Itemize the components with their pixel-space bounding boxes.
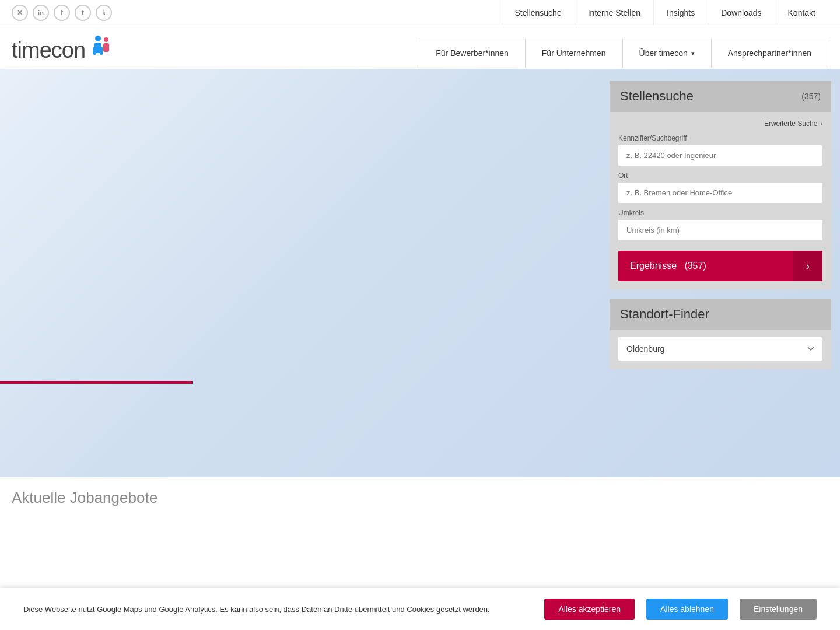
main-header: timecon Für Bewerber*innen Für Unternehm…	[0, 26, 840, 69]
nav-unternehmen[interactable]: Für Unternehmen	[526, 38, 623, 68]
stellensuche-title: Stellensuche	[620, 89, 694, 104]
stellensuche-header: Stellensuche (357)	[610, 80, 831, 112]
svg-rect-2	[93, 47, 96, 55]
kununu-icon[interactable]: k	[96, 5, 112, 21]
svg-rect-5	[103, 43, 109, 52]
top-nav: Stellensuche Interne Stellen Insights Do…	[502, 0, 828, 26]
standort-title: Standort-Finder	[620, 307, 709, 321]
erweiterte-chevron-icon: ›	[821, 121, 822, 127]
secondary-nav: Für Bewerber*innen Für Unternehmen Über …	[419, 38, 828, 68]
ergebnisse-label: Ergebnisse (357)	[618, 261, 793, 271]
linkedin-icon[interactable]: in	[33, 5, 49, 21]
stellensuche-count: (357)	[802, 92, 821, 101]
standort-select[interactable]: Oldenburg Bremen Hamburg Berlin	[618, 337, 822, 360]
kennziffer-label: Kennziffer/Suchbegriff	[618, 134, 822, 142]
accept-cookies-button[interactable]: Alles akzeptieren	[544, 598, 635, 620]
svg-point-4	[104, 37, 108, 42]
nav-ueber[interactable]: Über timecon ▾	[623, 38, 712, 68]
social-icons: ✕ in f t k	[12, 5, 112, 21]
jobangebote-heading: Aktuelle Jobangebote	[12, 489, 828, 507]
red-decorative-line	[0, 381, 192, 384]
top-bar: ✕ in f t k Stellensuche Interne Stellen …	[0, 0, 840, 26]
xing-icon[interactable]: ✕	[12, 5, 28, 21]
ergebnisse-arrow-icon: ›	[793, 251, 822, 281]
nav-item-interne-stellen[interactable]: Interne Stellen	[575, 0, 653, 26]
standort-header: Standort-Finder	[610, 299, 831, 330]
stellensuche-body: Erweiterte Suche › Kennziffer/Suchbegrif…	[610, 112, 831, 290]
svg-rect-3	[100, 47, 103, 55]
right-panel: Stellensuche (357) Erweiterte Suche › Ke…	[610, 69, 831, 369]
logo-text: timecon	[12, 38, 85, 63]
standort-finder-box: Standort-Finder Oldenburg Bremen Hamburg…	[610, 299, 831, 369]
cookie-text: Diese Webseite nutzt Google Maps und Goo…	[23, 605, 533, 614]
ueber-chevron-icon: ▾	[691, 50, 695, 57]
ergebnisse-button[interactable]: Ergebnisse (357) ›	[618, 251, 822, 281]
bottom-area: Aktuelle Jobangebote	[0, 477, 840, 507]
hero-section: Stellensuche (357) Erweiterte Suche › Ke…	[0, 69, 840, 477]
logo[interactable]: timecon	[12, 38, 187, 63]
decline-cookies-button[interactable]: Alles ablehnen	[646, 598, 728, 620]
nav-item-downloads[interactable]: Downloads	[708, 0, 774, 26]
nav-item-kontakt[interactable]: Kontakt	[775, 0, 828, 26]
facebook-icon[interactable]: f	[54, 5, 70, 21]
stellensuche-box: Stellensuche (357) Erweiterte Suche › Ke…	[610, 80, 831, 290]
twitter-icon[interactable]: t	[75, 5, 91, 21]
umkreis-label: Umkreis	[618, 209, 822, 217]
svg-point-0	[95, 36, 101, 41]
nav-item-insights[interactable]: Insights	[653, 0, 708, 26]
cookie-banner: Diese Webseite nutzt Google Maps und Goo…	[0, 588, 840, 630]
standort-body: Oldenburg Bremen Hamburg Berlin	[610, 330, 831, 369]
nav-ansprechpartner[interactable]: Ansprechpartner*innen	[712, 38, 828, 68]
erweiterte-suche-link[interactable]: Erweiterte Suche ›	[618, 118, 822, 128]
logo-area: timecon	[12, 38, 187, 69]
umkreis-input[interactable]	[618, 220, 822, 240]
nav-bewerber[interactable]: Für Bewerber*innen	[419, 38, 526, 68]
kennziffer-input[interactable]	[618, 145, 822, 166]
ort-input[interactable]	[618, 183, 822, 203]
logo-icon	[88, 34, 123, 63]
ort-label: Ort	[618, 172, 822, 180]
cookie-settings-button[interactable]: Einstellungen	[740, 598, 817, 620]
nav-item-stellensuche[interactable]: Stellensuche	[502, 0, 575, 26]
